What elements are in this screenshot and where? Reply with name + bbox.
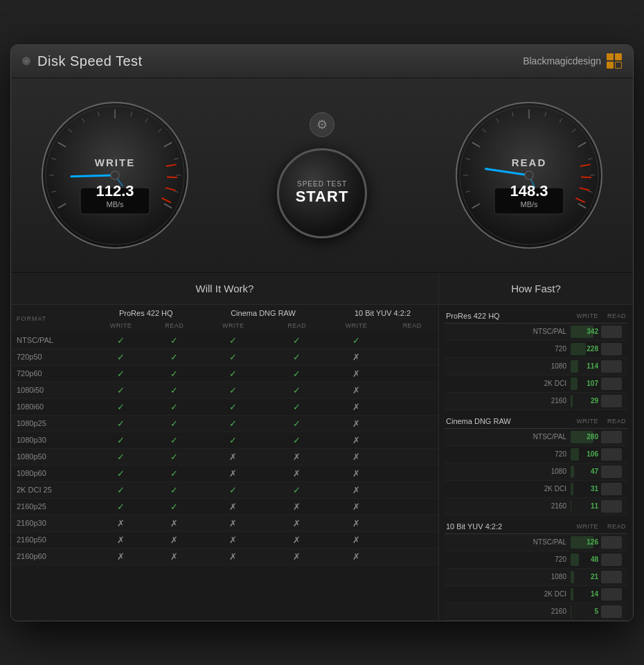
speed-row: 720 48 bbox=[445, 551, 627, 569]
speed-row: 2160 11 bbox=[445, 498, 627, 515]
write-cell: 31 bbox=[571, 483, 598, 495]
center-control: ⚙ SPEED TEST START bbox=[277, 112, 367, 238]
yuv-header: 10 Bit YUV 4:2:2 bbox=[327, 305, 438, 319]
cinema-write: ✓ bbox=[199, 398, 267, 415]
read-cell bbox=[601, 360, 626, 373]
close-button[interactable]: × bbox=[22, 57, 30, 65]
yuv-write: ✗ bbox=[327, 415, 386, 432]
speed-group-name: ProRes 422 HQ bbox=[446, 312, 500, 320]
prores-read-header: READ bbox=[149, 319, 199, 332]
speed-row: NTSC/PAL 342 bbox=[445, 323, 627, 341]
speed-row: 2160 29 bbox=[445, 393, 627, 410]
cinema-read: ✓ bbox=[267, 415, 327, 432]
start-button[interactable]: SPEED TEST START bbox=[277, 148, 367, 238]
start-label: SPEED TEST bbox=[297, 180, 347, 188]
cinema-read: ✓ bbox=[267, 432, 327, 448]
cinema-read: ✓ bbox=[267, 332, 327, 349]
table-row: 1080p60 ✓ ✓ ✗ ✗ ✗ bbox=[11, 465, 438, 481]
read-cell bbox=[601, 500, 626, 513]
speed-bar-container: 342 bbox=[571, 326, 626, 338]
write-cell: 342 bbox=[571, 326, 598, 338]
prores-read: ✓ bbox=[149, 365, 199, 382]
table-row: 1080p25 ✓ ✓ ✓ ✓ ✗ bbox=[11, 415, 438, 432]
read-cell bbox=[601, 553, 626, 566]
write-value: 280 bbox=[587, 433, 598, 441]
yuv-write: ✗ bbox=[327, 365, 386, 382]
read-cell bbox=[601, 395, 626, 407]
write-col-label: WRITE bbox=[573, 523, 598, 530]
svg-point-55 bbox=[525, 171, 533, 179]
data-section: Will It Work? FORMAT ProRes 422 HQ Cinem… bbox=[11, 273, 633, 621]
row-label: 1080i50 bbox=[11, 382, 92, 398]
speed-bar-container: 106 bbox=[571, 448, 626, 461]
speed-row-label: 1080 bbox=[446, 362, 571, 370]
cinema-read: ✓ bbox=[267, 481, 327, 498]
speed-bar-container: 14 bbox=[571, 588, 626, 601]
cinema-write: ✓ bbox=[199, 481, 267, 498]
gauges-section: WRITE 112.3 MB/s ⚙ SPEED TEST START bbox=[11, 78, 633, 273]
speed-bar-container: 114 bbox=[571, 360, 626, 373]
yuv-read bbox=[386, 515, 438, 531]
prores-read: ✓ bbox=[149, 432, 199, 448]
cinema-write: ✗ bbox=[199, 531, 267, 548]
prores-read: ✓ bbox=[149, 465, 199, 481]
yuv-write: ✗ bbox=[327, 481, 386, 498]
speed-row-label: 2K DCI bbox=[446, 380, 571, 387]
write-col-label: WRITE bbox=[573, 418, 598, 425]
cinema-write: ✓ bbox=[199, 432, 267, 448]
write-value: 48 bbox=[591, 556, 598, 563]
table-row: 2160p30 ✗ ✗ ✗ ✗ ✗ bbox=[11, 515, 438, 531]
speed-row: NTSC/PAL 126 bbox=[445, 534, 627, 551]
prores-write: ✗ bbox=[92, 515, 149, 531]
cinema-write: ✓ bbox=[199, 365, 267, 382]
write-label: WRITE bbox=[95, 157, 135, 168]
write-value: 5 bbox=[594, 608, 598, 615]
speed-bar-container: 228 bbox=[571, 343, 626, 355]
yuv-write: ✗ bbox=[327, 448, 386, 465]
speed-row-label: 2160 bbox=[446, 502, 571, 510]
speed-bar-container: 47 bbox=[571, 466, 626, 478]
read-value: 148.3 MB/s bbox=[510, 182, 548, 209]
table-row: 2160p60 ✗ ✗ ✗ ✗ ✗ bbox=[11, 548, 438, 565]
read-cell bbox=[601, 588, 626, 601]
format-col-header: FORMAT bbox=[11, 305, 92, 332]
cinema-write: ✓ bbox=[199, 415, 267, 432]
read-cell bbox=[601, 326, 626, 338]
prores-read: ✓ bbox=[149, 348, 199, 365]
prores-read: ✓ bbox=[149, 415, 199, 432]
table-row: 2K DCI 25 ✓ ✓ ✓ ✓ ✗ bbox=[11, 481, 438, 498]
speed-row: 720 106 bbox=[445, 446, 627, 463]
speed-row-label: 2160 bbox=[446, 608, 571, 615]
yuv-read-header: READ bbox=[386, 319, 438, 332]
speed-row: 1080 47 bbox=[445, 463, 627, 481]
yuv-read bbox=[386, 365, 438, 382]
speed-group-header: Cinema DNG RAW WRITE READ bbox=[445, 414, 627, 429]
prores-write: ✓ bbox=[92, 348, 149, 365]
prores-write: ✗ bbox=[92, 548, 149, 565]
read-cell bbox=[601, 466, 626, 478]
speed-row-label: NTSC/PAL bbox=[446, 538, 571, 546]
table-row: 1080p30 ✓ ✓ ✓ ✓ ✗ bbox=[11, 432, 438, 448]
cinema-write: ✓ bbox=[199, 332, 267, 349]
speed-row: 720 228 bbox=[445, 341, 627, 358]
prores-read: ✓ bbox=[149, 382, 199, 398]
yuv-write: ✗ bbox=[327, 515, 386, 531]
yuv-write: ✗ bbox=[327, 398, 386, 415]
app-title: Disk Speed Test bbox=[37, 53, 143, 69]
write-value: 228 bbox=[587, 345, 598, 353]
speed-row-label: 720 bbox=[446, 345, 571, 353]
settings-button[interactable]: ⚙ bbox=[310, 112, 334, 137]
row-label: 1080i60 bbox=[11, 398, 92, 415]
table-row: NTSC/PAL ✓ ✓ ✓ ✓ ✓ bbox=[11, 332, 438, 349]
yuv-write: ✗ bbox=[327, 498, 386, 515]
yuv-read bbox=[386, 415, 438, 432]
yuv-read bbox=[386, 465, 438, 481]
prores-write: ✓ bbox=[92, 432, 149, 448]
speed-row-label: NTSC/PAL bbox=[446, 433, 571, 441]
cinema-header: Cinema DNG RAW bbox=[199, 305, 327, 319]
cinema-write: ✗ bbox=[199, 448, 267, 465]
write-value: 107 bbox=[587, 380, 598, 387]
svg-point-27 bbox=[111, 171, 119, 179]
prores-read: ✗ bbox=[149, 531, 199, 548]
speed-group: 10 Bit YUV 4:2:2 WRITE READ NTSC/PAL 126… bbox=[445, 520, 627, 621]
